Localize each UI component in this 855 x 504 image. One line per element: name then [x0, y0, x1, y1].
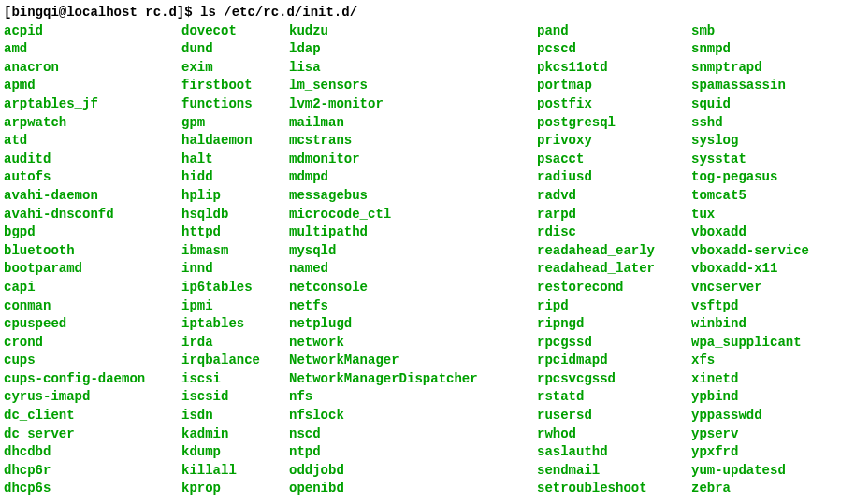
list-item: arptables_jf — [4, 95, 181, 114]
list-item: snmptrapd — [691, 59, 850, 78]
list-item: functions — [181, 95, 289, 114]
list-item: rusersd — [537, 407, 691, 425]
list-item: pkcs11otd — [537, 59, 691, 78]
listing-col-3: kudzu ldap lisa lm_sensors lvm2-monitor … — [289, 22, 537, 498]
list-item: sshd — [691, 114, 850, 133]
list-item: multipathd — [289, 223, 537, 242]
list-item: irda — [181, 334, 289, 353]
list-item: isdn — [181, 407, 289, 425]
directory-listing: acpid amd anacron apmd arptables_jf arpw… — [4, 22, 851, 498]
list-item: iscsid — [181, 388, 289, 407]
list-item: readahead_early — [537, 242, 691, 261]
list-item: amd — [4, 40, 181, 59]
list-item: killall — [181, 462, 289, 481]
list-item: messagebus — [289, 187, 537, 206]
list-item: dc_client — [4, 407, 181, 425]
list-item: oddjobd — [289, 462, 537, 481]
list-item: bgpd — [4, 223, 181, 242]
list-item: vboxadd-service — [691, 242, 850, 261]
list-item: dhcp6r — [4, 462, 181, 481]
list-item: halt — [181, 151, 289, 169]
list-item: atd — [4, 132, 181, 151]
list-item: haldaemon — [181, 132, 289, 151]
list-item: vboxadd — [691, 223, 850, 242]
list-item: microcode_ctl — [289, 206, 537, 224]
list-item: anacron — [4, 59, 181, 78]
list-item: capi — [4, 279, 181, 297]
list-item: iptables — [181, 315, 289, 334]
list-item: yum-updatesd — [691, 462, 850, 481]
list-item: mailman — [289, 114, 537, 133]
list-item: kdump — [181, 443, 289, 462]
listing-col-1: acpid amd anacron apmd arptables_jf arpw… — [4, 22, 181, 498]
list-item: mdmpd — [289, 168, 537, 187]
list-item: dc_server — [4, 425, 181, 444]
list-item: dhcp6s — [4, 480, 181, 498]
list-item: arpwatch — [4, 114, 181, 133]
list-item: netconsole — [289, 279, 537, 297]
list-item: ipmi — [181, 297, 289, 316]
list-item: rstatd — [537, 388, 691, 407]
list-item: ypbind — [691, 388, 850, 407]
list-item: netplugd — [289, 315, 537, 334]
list-item: tog-pegasus — [691, 168, 850, 187]
list-item: smb — [691, 22, 850, 41]
list-item: nfslock — [289, 407, 537, 425]
list-item: rarpd — [537, 206, 691, 224]
list-item: vncserver — [691, 279, 850, 297]
list-item: avahi-daemon — [4, 187, 181, 206]
list-item: radvd — [537, 187, 691, 206]
list-item: lisa — [289, 59, 537, 78]
list-item: apmd — [4, 77, 181, 95]
list-item: gpm — [181, 114, 289, 133]
list-item: hidd — [181, 168, 289, 187]
list-item: yppasswdd — [691, 407, 850, 425]
list-item: squid — [691, 95, 850, 114]
list-item: restorecond — [537, 279, 691, 297]
list-item: acpid — [4, 22, 181, 41]
list-item: autofs — [4, 168, 181, 187]
list-item: bootparamd — [4, 260, 181, 279]
list-item: innd — [181, 260, 289, 279]
list-item: ripd — [537, 297, 691, 316]
list-item: httpd — [181, 223, 289, 242]
list-item: zebra — [691, 480, 850, 498]
list-item: cyrus-imapd — [4, 388, 181, 407]
list-item: psacct — [537, 151, 691, 169]
list-item: crond — [4, 334, 181, 353]
list-item: ip6tables — [181, 279, 289, 297]
list-item: wpa_supplicant — [691, 334, 850, 353]
list-item: cups — [4, 352, 181, 370]
list-item: nscd — [289, 425, 537, 444]
list-item: openibd — [289, 480, 537, 498]
list-item: readahead_later — [537, 260, 691, 279]
list-item: pand — [537, 22, 691, 41]
list-item: lm_sensors — [289, 77, 537, 95]
list-item: rdisc — [537, 223, 691, 242]
list-item: vboxadd-x11 — [691, 260, 850, 279]
list-item: rpcsvcgssd — [537, 370, 691, 389]
list-item: xfs — [691, 352, 850, 370]
list-item: rwhod — [537, 425, 691, 444]
list-item: mcstrans — [289, 132, 537, 151]
list-item: mdmonitor — [289, 151, 537, 169]
list-item: named — [289, 260, 537, 279]
list-item: tomcat5 — [691, 187, 850, 206]
list-item: postfix — [537, 95, 691, 114]
list-item: hplip — [181, 187, 289, 206]
list-item: cpuspeed — [4, 315, 181, 334]
list-item: mysqld — [289, 242, 537, 261]
list-item: ypserv — [691, 425, 850, 444]
list-item: xinetd — [691, 370, 850, 389]
list-item: NetworkManager — [289, 352, 537, 370]
list-item: syslog — [691, 132, 850, 151]
list-item: kprop — [181, 480, 289, 498]
shell-prompt: [bingqi@localhost rc.d]$ ls /etc/rc.d/in… — [4, 4, 851, 22]
list-item: ripngd — [537, 315, 691, 334]
listing-col-2: dovecot dund exim firstboot functions gp… — [181, 22, 289, 498]
list-item: rpcidmapd — [537, 352, 691, 370]
list-item: iscsi — [181, 370, 289, 389]
list-item: portmap — [537, 77, 691, 95]
list-item: nfs — [289, 388, 537, 407]
list-item: network — [289, 334, 537, 353]
